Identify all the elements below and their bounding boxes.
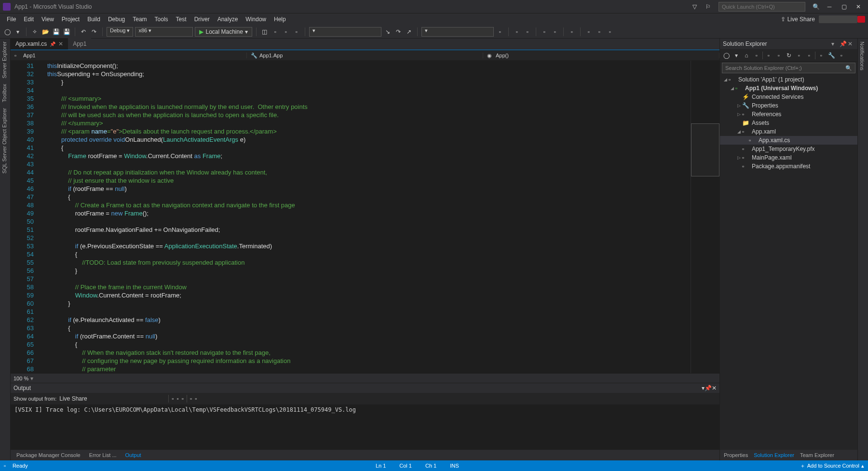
minimap-viewport[interactable] [691,123,719,176]
toggle-bm-icon[interactable]: ▫ [568,27,576,36]
redo-icon[interactable]: ↷ [90,27,98,36]
output-find-icon[interactable]: ▫ [172,395,174,402]
notifications-tab[interactable]: Notifications [858,39,867,73]
se-showall-icon[interactable]: ▫ [774,51,783,60]
node-appxamlcs[interactable]: ▫App.xaml.cs [720,136,857,145]
output-goto-icon[interactable]: ▫ [177,395,179,402]
search-icon[interactable]: 🔍 [809,2,823,12]
se-home-icon[interactable]: ⌂ [742,51,751,60]
se-close-icon[interactable]: ✕ [848,40,854,47]
node-connected-services[interactable]: ⚡Connected Services [720,93,857,101]
status-line[interactable]: Ln 1 [376,463,386,469]
nav-fwd-icon[interactable]: ▾ [14,27,22,36]
menu-window[interactable]: Window [242,14,270,24]
fold-column[interactable] [40,61,47,373]
add-source-control-button[interactable]: ＋ Add to Source Control ▴ [800,462,864,470]
output-pin-icon[interactable]: 📌 [705,385,712,391]
btab-properties[interactable]: Properties [721,451,751,459]
nav-back-icon[interactable]: ◯ [3,27,12,36]
tab-output[interactable]: Output [122,451,145,459]
se-dropdown-icon[interactable]: ▾ [831,40,838,47]
step-over-icon[interactable]: ↷ [394,27,403,36]
code-editor[interactable]: 3132333435363738394041424344454647484950… [11,61,691,373]
tab-errorlist[interactable]: Error List ... [85,451,121,459]
navbar-member[interactable]: ◉App() [483,53,719,58]
stack-combo[interactable]: ▾ [421,27,494,37]
output-content[interactable]: [VSIX I] Trace log: C:\Users\EUROCOM\App… [11,404,719,450]
misc2-icon[interactable]: ▫ [595,27,604,36]
zoom-dropdown-icon[interactable]: ▾ [30,375,33,382]
se-properties-icon[interactable]: ▫ [817,51,826,60]
open-file-icon[interactable]: 📂 [41,27,50,36]
server-explorer-tab[interactable]: Server Explorer [0,39,10,81]
solution-config-combo[interactable]: Debug ▾ [107,27,133,37]
menu-test[interactable]: Test [172,14,190,24]
output-wrap-icon[interactable]: ▫ [190,395,192,402]
misc3-icon[interactable]: ▫ [606,27,614,36]
node-solution[interactable]: ◢▫Solution 'App1' (1 project) [720,75,857,84]
notification-badge[interactable] [857,16,865,23]
minimap[interactable] [691,61,719,373]
live-share-button[interactable]: ⇪ Live Share [781,16,815,23]
se-view-icon[interactable]: ▫ [837,51,846,60]
tab-app1[interactable]: App1 [68,38,91,50]
node-appxaml[interactable]: ◢▫App.xaml [720,127,857,136]
menu-debug[interactable]: Debug [104,14,129,24]
se-scope-icon[interactable]: ▫ [752,51,761,60]
resume-icon[interactable]: ▫ [282,27,290,36]
process-combo[interactable]: ▾ [309,27,381,37]
minimize-button[interactable]: ─ [823,2,836,12]
menu-edit[interactable]: Edit [20,14,38,24]
pin-icon[interactable]: 📌 [50,41,55,47]
btab-team-explorer[interactable]: Team Explorer [797,451,837,459]
se-pin-icon[interactable]: 📌 [840,40,846,47]
menu-file[interactable]: File [3,14,20,24]
se-collapse-icon[interactable]: ▫ [764,51,773,60]
menu-team[interactable]: Team [129,14,150,24]
feedback-icon[interactable]: ▽ [688,2,701,12]
node-properties[interactable]: ▷🔧Properties [720,101,857,110]
menu-help[interactable]: Help [270,14,290,24]
comment-icon[interactable]: ▫ [540,27,549,36]
quick-launch-input[interactable] [719,2,805,12]
code-text[interactable]: thisInitializeComponent();thisSuspending… [47,61,691,373]
node-mainpage[interactable]: ▷▫MainPage.xaml [720,153,857,162]
se-sync-icon[interactable]: ▫ [795,51,803,60]
toolbox-tab[interactable]: Toolbox [0,81,10,105]
bookmark-icon[interactable]: ▫ [513,27,521,36]
solution-platform-combo[interactable]: x86 ▾ [135,27,193,37]
navbar-class[interactable]: 🔧App1.App [247,53,483,58]
btab-solution-explorer[interactable]: Solution Explorer [751,451,797,459]
step-in-icon[interactable]: ↘ [383,27,392,36]
output-close-icon[interactable]: ✕ [712,385,717,391]
step-out-icon[interactable]: ↗ [405,27,413,36]
maximize-button[interactable]: ▢ [837,2,851,12]
new-project-icon[interactable]: ✧ [30,27,39,36]
node-project[interactable]: ◢▫App1 (Universal Windows) [720,84,857,93]
menu-tools[interactable]: Tools [151,14,172,24]
menu-analyze[interactable]: Analyze [214,14,242,24]
suspend-icon[interactable]: ▫ [271,27,280,36]
node-references[interactable]: ▷▫References [720,110,857,119]
flag-icon[interactable]: ⚐ [701,2,715,12]
bookmark2-icon[interactable]: ▫ [523,27,532,36]
user-badge[interactable] [819,15,857,23]
node-assets[interactable]: 📁Assets [720,119,857,127]
se-search-input[interactable]: Search Solution Explorer (Ctrl+;) 🔍 [722,63,855,73]
se-wrench-icon[interactable]: 🔧 [827,51,836,60]
toggle-tool1-icon[interactable]: ▫ [496,27,504,36]
menu-driver[interactable]: Driver [190,14,214,24]
navbar-project[interactable]: ▫App1 [11,53,247,58]
save-icon[interactable]: 💾 [52,27,60,36]
se-back-icon[interactable]: ◯ [722,51,731,60]
output-toggle-icon[interactable]: ▫ [195,395,197,402]
uncomment-icon[interactable]: ▫ [551,27,559,36]
tab-pmc[interactable]: Package Manager Console [13,451,84,459]
undo-icon[interactable]: ↶ [79,27,88,36]
tab-appxamlcs[interactable]: App.xaml.cs 📌 ✕ [11,38,68,50]
menu-view[interactable]: View [38,14,58,24]
output-source-combo[interactable]: Live Share [59,395,165,402]
se-preview-icon[interactable]: ▫ [805,51,814,60]
node-manifest[interactable]: ▫Package.appxmanifest [720,162,857,171]
node-tempkey[interactable]: ▫App1_TemporaryKey.pfx [720,145,857,153]
